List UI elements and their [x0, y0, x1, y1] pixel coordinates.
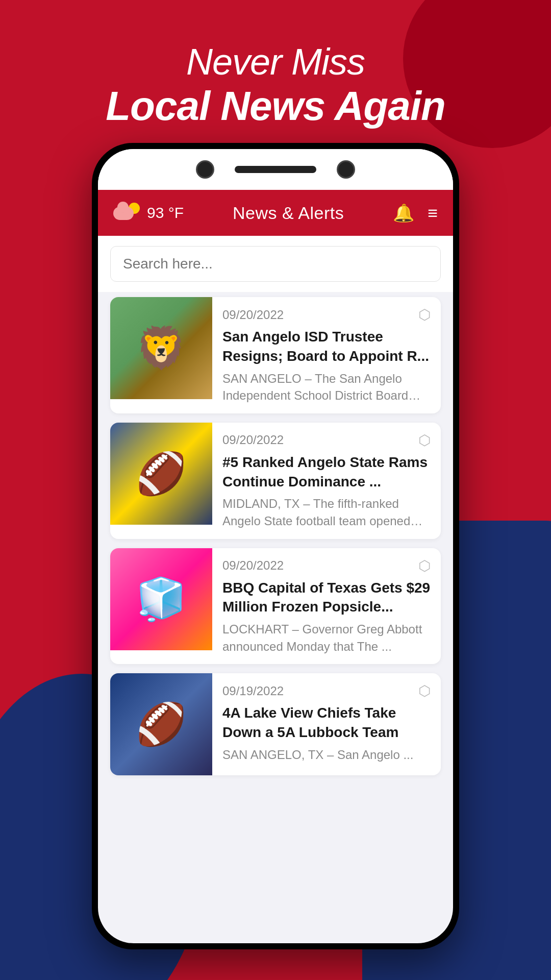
- page-title: News & Alerts: [233, 203, 344, 223]
- news-content-1: 09/20/2022 ⬡ San Angelo ISD Trustee Resi…: [212, 297, 441, 413]
- search-input[interactable]: [110, 246, 441, 282]
- news-image-4: [110, 673, 212, 775]
- status-bar: [98, 149, 453, 190]
- news-card-3[interactable]: 09/20/2022 ⬡ BBQ Capital of Texas Gets $…: [110, 548, 441, 665]
- news-summary-1: SAN ANGELO – The San Angelo Independent …: [222, 370, 431, 404]
- news-card-1[interactable]: 09/20/2022 ⬡ San Angelo ISD Trustee Resi…: [110, 297, 441, 413]
- news-title-1: San Angelo ISD Trustee Resigns; Board to…: [222, 327, 431, 366]
- weather-temperature: 93 °F: [147, 204, 184, 222]
- news-content-3: 09/20/2022 ⬡ BBQ Capital of Texas Gets $…: [212, 548, 441, 665]
- news-summary-3: LOCKHART – Governor Greg Abbott announce…: [222, 621, 431, 655]
- header-left: 93 °F: [113, 203, 184, 223]
- news-summary-2: MIDLAND, TX – The fifth-ranked Angelo St…: [222, 495, 431, 529]
- news-date-2: 09/20/2022: [222, 433, 284, 447]
- weather-icon: [113, 203, 140, 223]
- news-top-row-2: 09/20/2022 ⬡: [222, 432, 431, 449]
- news-top-row-3: 09/20/2022 ⬡: [222, 557, 431, 574]
- phone-mockup: 93 °F News & Alerts 🔔 ≡: [92, 143, 459, 949]
- hero-line2: Local News Again: [0, 83, 551, 130]
- share-icon-3[interactable]: ⬡: [418, 557, 431, 574]
- news-top-row-4: 09/19/2022 ⬡: [222, 682, 431, 699]
- app-header: 93 °F News & Alerts 🔔 ≡: [98, 190, 453, 236]
- news-top-row-1: 09/20/2022 ⬡: [222, 306, 431, 323]
- news-date-1: 09/20/2022: [222, 308, 284, 322]
- news-image-1: [110, 297, 212, 399]
- news-title-4: 4A Lake View Chiefs Take Down a 5A Lubbo…: [222, 703, 431, 742]
- news-card-2[interactable]: 09/20/2022 ⬡ #5 Ranked Angelo State Rams…: [110, 423, 441, 539]
- camera-notch-right: [337, 160, 355, 179]
- news-card-4[interactable]: 09/19/2022 ⬡ 4A Lake View Chiefs Take Do…: [110, 673, 441, 775]
- header-right: 🔔 ≡: [393, 203, 438, 223]
- news-title-3: BBQ Capital of Texas Gets $29 Million Fr…: [222, 578, 431, 617]
- share-icon-2[interactable]: ⬡: [418, 432, 431, 449]
- news-content-2: 09/20/2022 ⬡ #5 Ranked Angelo State Rams…: [212, 423, 441, 539]
- bell-icon[interactable]: 🔔: [393, 203, 414, 223]
- menu-icon[interactable]: ≡: [428, 203, 438, 223]
- phone-frame: 93 °F News & Alerts 🔔 ≡: [92, 143, 459, 949]
- news-list: 09/20/2022 ⬡ San Angelo ISD Trustee Resi…: [98, 292, 453, 780]
- hero-line1: Never Miss: [0, 41, 551, 83]
- news-title-2: #5 Ranked Angelo State Rams Continue Dom…: [222, 453, 431, 492]
- search-container: [98, 236, 453, 292]
- share-icon-4[interactable]: ⬡: [418, 682, 431, 699]
- news-date-3: 09/20/2022: [222, 558, 284, 573]
- news-summary-4: SAN ANGELO, TX – San Angelo ...: [222, 746, 431, 764]
- news-image-3: [110, 548, 212, 650]
- news-date-4: 09/19/2022: [222, 684, 284, 698]
- camera-notch: [196, 160, 214, 179]
- phone-inner: 93 °F News & Alerts 🔔 ≡: [98, 149, 453, 943]
- news-image-2: [110, 423, 212, 525]
- speaker-notch: [235, 166, 316, 173]
- hero-section: Never Miss Local News Again: [0, 41, 551, 130]
- cloud-icon: [113, 207, 134, 220]
- share-icon-1[interactable]: ⬡: [418, 306, 431, 323]
- news-content-4: 09/19/2022 ⬡ 4A Lake View Chiefs Take Do…: [212, 673, 441, 775]
